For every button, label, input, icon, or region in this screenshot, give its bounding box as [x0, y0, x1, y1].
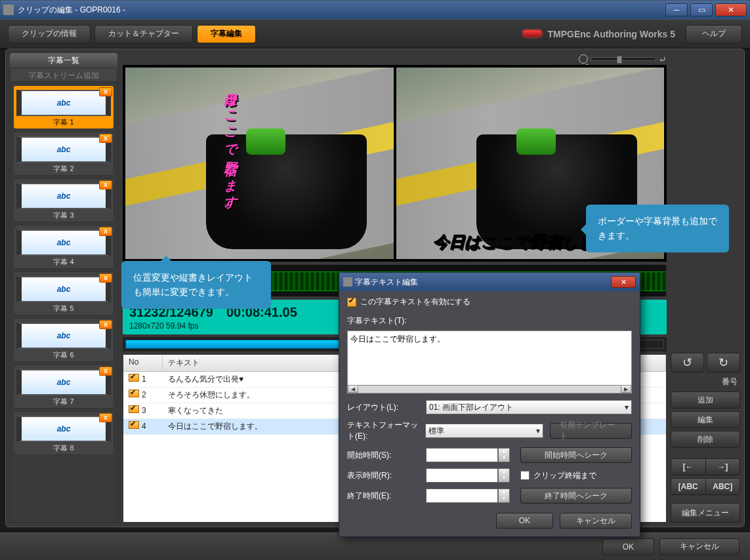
subtitle-stream-item[interactable]: X abc 字幕 8: [13, 411, 114, 455]
subtitle-stream-item[interactable]: X abc 字幕 6: [13, 318, 114, 362]
scroll-left-icon[interactable]: ◀: [348, 385, 358, 393]
layout-label: レイアウト(L):: [347, 402, 426, 413]
dialog-title: 字幕テキスト編集: [355, 277, 611, 288]
until-end-label: クリップ終端まで: [533, 470, 596, 481]
remove-stream-icon[interactable]: X: [99, 273, 112, 283]
subtitle-stream-item[interactable]: X abc 字幕 1: [13, 85, 114, 129]
edit-menu-button[interactable]: 編集メニュー: [671, 503, 740, 523]
textarea-scrollbar[interactable]: ◀ ▶: [347, 384, 632, 393]
duration-input[interactable]: 00:00:05.00: [426, 468, 498, 483]
footer-ok-button[interactable]: OK: [602, 538, 654, 555]
stream-thumbnail: abc: [16, 369, 111, 395]
stream-thumbnail: abc: [16, 136, 111, 163]
delete-subtitle-button[interactable]: 削除: [671, 431, 740, 448]
undo-redo: ↺ ↻: [671, 353, 740, 372]
subtitle-stream-item[interactable]: X abc 字幕 5: [13, 271, 114, 315]
redo-button[interactable]: ↻: [707, 353, 740, 372]
dialog-ok-button[interactable]: OK: [496, 513, 553, 529]
row-no: 2: [142, 390, 146, 399]
subtitle-text-label: 字幕テキスト(T):: [347, 316, 407, 325]
add-subtitle-stream-button[interactable]: 字幕ストリーム追加: [10, 68, 117, 82]
stream-label: 字幕 5: [16, 304, 111, 313]
dialog-titlebar[interactable]: 字幕テキスト編集 ✕: [339, 273, 640, 291]
recording-led-icon: [523, 30, 541, 37]
end-time-spinner[interactable]: ▲▼: [498, 489, 510, 503]
seek-start-button[interactable]: 開始時間へシーク: [520, 447, 632, 463]
subtitle-stream-item[interactable]: X abc 字幕 3: [13, 178, 114, 222]
next-subtitle-button[interactable]: →]: [706, 458, 740, 475]
dialog-icon: [343, 277, 352, 287]
duration-label: 表示時間(R):: [347, 470, 426, 481]
brand-text: TMPGEnc Authoring Works 5: [548, 29, 675, 39]
minimize-button[interactable]: ─: [665, 3, 688, 16]
format-label: テキストフォーマット(E):: [347, 420, 425, 442]
stream-thumbnail: abc: [16, 416, 111, 442]
stream-thumbnail: abc: [16, 323, 111, 349]
zoom-reset-icon[interactable]: ⤾: [659, 54, 667, 64]
scroll-right-icon[interactable]: ▶: [621, 385, 631, 393]
tab-subtitle-edit[interactable]: 字幕編集: [197, 25, 256, 43]
subtitle-sidebar: 字幕一覧 字幕ストリーム追加 X abc 字幕 1 X abc 字幕 2 X a…: [10, 53, 117, 523]
subtitle-stream-item[interactable]: X abc 字幕 4: [13, 225, 114, 269]
start-time-spinner[interactable]: ▲▼: [498, 448, 510, 462]
stream-label: 字幕 1: [16, 117, 111, 127]
remove-stream-icon[interactable]: X: [99, 320, 112, 329]
remove-stream-icon[interactable]: X: [99, 134, 112, 143]
remove-stream-icon[interactable]: X: [99, 413, 112, 422]
remove-stream-icon[interactable]: X: [99, 180, 112, 190]
row-checkbox[interactable]: [129, 421, 139, 429]
remove-stream-icon[interactable]: X: [99, 227, 112, 236]
zoom-controls: ⤾: [123, 53, 667, 65]
subtitle-stream-item[interactable]: X abc 字幕 7: [13, 365, 114, 409]
zoom-slider[interactable]: [591, 57, 656, 61]
layout-select[interactable]: 01: 画面下部レイアウト: [426, 400, 632, 414]
seek-end-button[interactable]: 終了時間へシーク: [520, 488, 632, 504]
subtitle-text-edit-dialog: 字幕テキスト編集 ✕ この字幕テキストを有効にする 字幕テキスト(T): ◀ ▶…: [339, 272, 640, 537]
stream-label: 字幕 8: [16, 443, 111, 453]
duration-spinner[interactable]: ▲▼: [498, 468, 510, 483]
row-no: 1: [142, 374, 146, 384]
abc-out-button[interactable]: ABC]: [706, 478, 740, 495]
footer-cancel-button[interactable]: キャンセル: [659, 538, 740, 555]
abc-in-button[interactable]: [ABC: [671, 478, 706, 495]
list-col-no[interactable]: No: [123, 355, 163, 371]
preview-left: 今日はここで野宿します。: [125, 68, 394, 259]
stream-thumbnail: abc: [16, 90, 111, 116]
remove-stream-icon[interactable]: X: [99, 87, 112, 96]
end-time-label: 終了時間(E):: [347, 490, 426, 502]
subtitle-stream-item[interactable]: X abc 字幕 2: [13, 132, 114, 176]
undo-button[interactable]: ↺: [671, 353, 704, 372]
start-time-input[interactable]: 00:08:41.05: [426, 448, 498, 462]
end-time-input[interactable]: 00:08:46.06: [426, 489, 498, 503]
prev-subtitle-button[interactable]: [←: [671, 458, 706, 475]
row-no: 4: [142, 422, 146, 431]
row-checkbox[interactable]: [129, 405, 139, 413]
start-time-label: 開始時間(S):: [347, 450, 426, 461]
zoom-icon[interactable]: [579, 54, 588, 64]
format-select[interactable]: 標準: [425, 424, 543, 438]
enable-subtitle-checkbox-row[interactable]: この字幕テキストを有効にする: [347, 296, 632, 308]
close-button[interactable]: ✕: [715, 3, 747, 16]
edit-subtitle-button[interactable]: 編集: [671, 411, 740, 428]
chapter-label: 番号: [671, 375, 740, 389]
help-button[interactable]: ヘルプ: [686, 25, 742, 43]
tab-clip-info[interactable]: クリップの情報: [8, 25, 91, 43]
subtitle-text-input[interactable]: [347, 330, 632, 386]
remove-stream-icon[interactable]: X: [99, 367, 112, 376]
zoom-knob[interactable]: [617, 56, 622, 64]
add-subtitle-button[interactable]: 追加: [671, 391, 740, 409]
maximize-button[interactable]: ▭: [690, 3, 713, 16]
row-checkbox[interactable]: [129, 390, 139, 397]
row-checkbox[interactable]: [129, 374, 139, 382]
dialog-close-button[interactable]: ✕: [611, 276, 636, 288]
callout-border-tip: ボーダーや字幕背景も追加できます。: [586, 205, 729, 252]
until-end-checkbox[interactable]: [520, 471, 530, 480]
window-titlebar: クリップの編集 - GOPR0016 - ─ ▭ ✕: [0, 0, 750, 20]
enable-subtitle-checkbox[interactable]: [347, 298, 356, 307]
stream-label: 字幕 6: [16, 350, 111, 360]
prev-next-buttons: [← →]: [671, 458, 740, 475]
tab-cut-chapter[interactable]: カット＆チャプター: [94, 25, 193, 43]
right-panel: ↺ ↻ 番号 追加 編集 削除 [← →] [ABC ABC] 編集メニュー: [671, 53, 740, 523]
dialog-cancel-button[interactable]: キャンセル: [560, 513, 632, 529]
template-button[interactable]: 引用テンプレート: [550, 423, 632, 439]
